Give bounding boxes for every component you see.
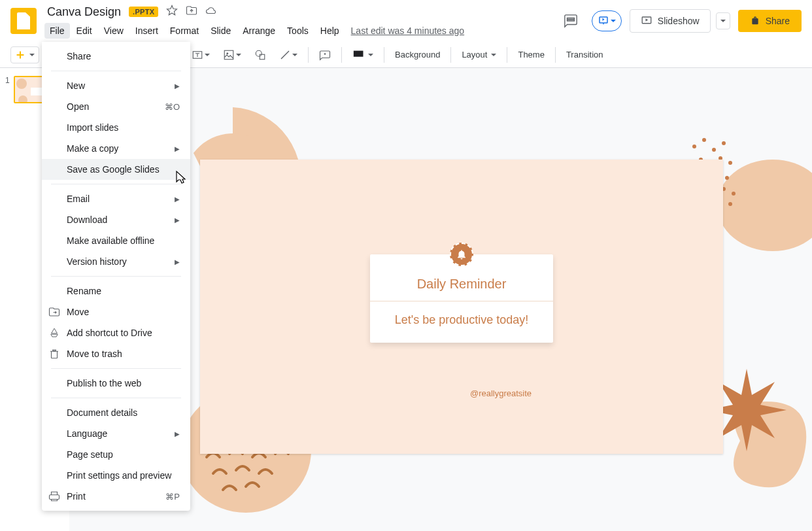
print-icon xyxy=(48,490,60,502)
slideshow-options-button[interactable] xyxy=(716,12,730,29)
menu-share[interactable]: Share xyxy=(42,46,190,67)
svg-point-5 xyxy=(256,50,262,56)
present-button[interactable] xyxy=(592,10,622,31)
cloud-status-icon[interactable] xyxy=(205,5,217,19)
menu-tools[interactable]: Tools xyxy=(282,23,314,39)
line-tool-icon[interactable] xyxy=(274,45,303,65)
menubar: File Edit View Insert Format Slide Arran… xyxy=(44,23,550,39)
menu-rename[interactable]: Rename xyxy=(42,281,190,301)
menu-move[interactable]: Move xyxy=(42,301,190,322)
slideshow-label: Slideshow xyxy=(658,16,700,26)
new-slide-button[interactable] xyxy=(10,46,39,63)
menu-add-shortcut[interactable]: Add shortcut to Drive xyxy=(42,322,190,343)
svg-rect-3 xyxy=(224,50,233,60)
menu-print[interactable]: Print⌘P xyxy=(42,486,190,507)
slide-number: 1 xyxy=(5,76,10,103)
menu-email[interactable]: Email▶ xyxy=(42,188,190,209)
slides-logo-icon xyxy=(10,8,37,34)
menu-details[interactable]: Document details xyxy=(42,402,190,423)
menu-edit[interactable]: Edit xyxy=(71,23,97,39)
reminder-body: Let's be productive today! xyxy=(370,301,553,343)
menu-new[interactable]: New▶ xyxy=(42,75,190,96)
file-format-badge: .PPTX xyxy=(129,7,158,17)
svg-point-4 xyxy=(226,52,228,54)
transition-button[interactable]: Transition xyxy=(561,46,609,63)
svg-point-30 xyxy=(732,192,736,196)
shape-tool-icon[interactable] xyxy=(249,45,271,65)
doc-title[interactable]: Canva Design xyxy=(44,4,124,20)
menu-offline[interactable]: Make available offline xyxy=(42,230,190,251)
app-header: Canva Design .PPTX File Edit View Insert… xyxy=(0,0,812,42)
move-icon xyxy=(48,306,60,318)
star-icon[interactable] xyxy=(166,5,178,19)
menu-page-setup[interactable]: Page setup xyxy=(42,444,190,465)
last-edit-link[interactable]: Last edit was 4 minutes ago xyxy=(351,26,465,36)
menu-help[interactable]: Help xyxy=(315,23,345,39)
svg-point-17 xyxy=(712,148,716,152)
layout-button[interactable]: Layout xyxy=(456,46,501,63)
menu-download[interactable]: Download▶ xyxy=(42,209,190,230)
menu-make-copy[interactable]: Make a copy▶ xyxy=(42,138,190,159)
theme-button[interactable]: Theme xyxy=(513,46,549,63)
menu-insert[interactable]: Insert xyxy=(130,23,163,39)
share-label: Share xyxy=(766,16,790,26)
svg-rect-7 xyxy=(354,50,364,56)
menu-publish[interactable]: Publish to the web xyxy=(42,373,190,394)
svg-rect-6 xyxy=(260,54,265,60)
background-button[interactable]: Background xyxy=(390,46,445,63)
menu-print-settings[interactable]: Print settings and preview xyxy=(42,465,190,486)
menu-version-history[interactable]: Version history▶ xyxy=(42,251,190,272)
svg-point-22 xyxy=(728,161,732,165)
share-button[interactable]: Share xyxy=(738,10,802,32)
svg-point-18 xyxy=(722,141,726,145)
menu-language[interactable]: Language▶ xyxy=(42,423,190,444)
slideshow-button[interactable]: Slideshow xyxy=(630,9,711,33)
menu-view[interactable]: View xyxy=(99,23,129,39)
menu-import-slides[interactable]: Import slides xyxy=(42,117,190,138)
svg-point-26 xyxy=(725,176,729,180)
menu-open[interactable]: Open⌘O xyxy=(42,96,190,117)
svg-point-9 xyxy=(16,78,27,89)
menu-slide[interactable]: Slide xyxy=(205,23,236,39)
slide[interactable]: Daily Reminder Let's be productive today… xyxy=(200,160,723,454)
handle-text: @reallygreatsite xyxy=(462,388,540,398)
svg-point-33 xyxy=(728,202,732,206)
move-folder-icon[interactable] xyxy=(186,5,197,19)
comment-tool-icon[interactable] xyxy=(314,45,336,65)
trash-icon xyxy=(48,348,60,360)
image-tool-icon[interactable] xyxy=(218,45,246,65)
drive-shortcut-icon xyxy=(48,327,60,339)
menu-arrange[interactable]: Arrange xyxy=(237,23,280,39)
svg-point-15 xyxy=(692,145,696,148)
menu-trash[interactable]: Move to trash xyxy=(42,343,190,364)
menu-file[interactable]: File xyxy=(44,23,70,39)
reminder-title: Daily Reminder xyxy=(370,271,553,301)
textbox-tool-icon[interactable] xyxy=(186,45,215,65)
comments-icon[interactable] xyxy=(558,8,584,34)
fill-color-tool-icon[interactable] xyxy=(347,45,379,65)
svg-point-16 xyxy=(702,138,706,142)
reminder-card: Daily Reminder Let's be productive today… xyxy=(370,254,553,343)
bell-icon xyxy=(450,243,473,266)
menu-save-as-google-slides[interactable]: Save as Google Slides xyxy=(42,159,190,180)
menu-format[interactable]: Format xyxy=(165,23,204,39)
file-menu-dropdown: Share New▶ Open⌘O Import slides Make a c… xyxy=(42,42,190,511)
title-area: Canva Design .PPTX File Edit View Insert… xyxy=(44,4,550,39)
